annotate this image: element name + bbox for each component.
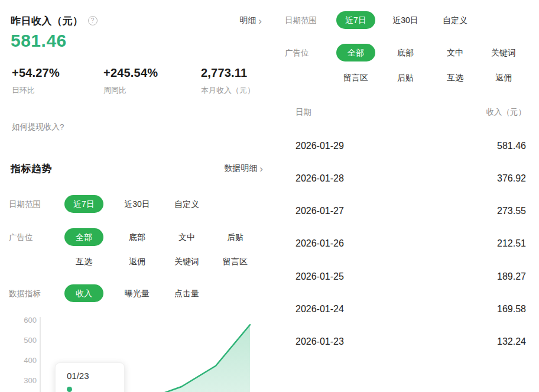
- option-comment-area[interactable]: 留言区: [210, 252, 260, 270]
- option-last7days[interactable]: 近7日: [332, 11, 379, 29]
- stat-value: 2,773.11: [201, 66, 255, 80]
- option-custom[interactable]: 自定义: [162, 195, 212, 213]
- row-value: 376.92: [497, 173, 526, 185]
- option-in-article[interactable]: 文中: [431, 44, 479, 61]
- stat-value: +245.54%: [103, 66, 158, 80]
- data-detail-link[interactable]: 数据明细 ›: [224, 163, 263, 174]
- option-bottom[interactable]: 底部: [382, 44, 429, 61]
- table-row: 2026-01-24 169.58: [296, 304, 526, 316]
- row-date: 2026-01-26: [296, 238, 344, 250]
- row-date: 2026-01-28: [296, 173, 344, 185]
- stat-month-income: 2,773.11 本月收入（元）: [201, 66, 255, 96]
- table-row: 2026-01-28 376.92: [296, 173, 526, 185]
- tooltip-series-dot: [67, 387, 72, 392]
- option-bottom[interactable]: 底部: [112, 228, 162, 246]
- y-axis-tick: 500: [7, 336, 37, 345]
- filter-label: 日期范围: [285, 15, 317, 26]
- income-detail-label: 明细: [239, 15, 256, 26]
- row-date: 2026-01-25: [296, 271, 344, 283]
- row-value: 581.46: [497, 141, 526, 153]
- option-last30days[interactable]: 近30日: [382, 11, 429, 29]
- option-post-roll[interactable]: 后贴: [382, 69, 429, 86]
- option-mutual-select[interactable]: 互选: [431, 69, 479, 86]
- trend-section-header: 指标趋势 数据明细 ›: [11, 162, 263, 175]
- chevron-right-icon: ›: [258, 16, 262, 26]
- option-last30days[interactable]: 近30日: [112, 195, 162, 213]
- stat-label: 日环比: [12, 85, 60, 96]
- option-keyword[interactable]: 关键词: [480, 44, 527, 61]
- table-row: 2026-01-29 581.46: [296, 141, 526, 153]
- option-clicks[interactable]: 点击量: [162, 284, 212, 302]
- row-value: 169.58: [497, 304, 526, 316]
- option-rebate[interactable]: 返佣: [480, 69, 527, 86]
- trend-title: 指标趋势: [11, 162, 52, 176]
- income-trend-panel: 昨日收入（元） ? 明细 › 581.46 +54.27% 日环比 +245.5…: [0, 0, 272, 392]
- column-income: 收入（元）: [486, 107, 527, 118]
- table-row: 2026-01-27 273.55: [296, 206, 526, 218]
- option-post-roll[interactable]: 后贴: [210, 228, 260, 246]
- table-row: 2026-01-26 212.51: [296, 238, 526, 250]
- date-range-filter: 日期范围 近7日 近30日 自定义: [284, 11, 539, 29]
- stat-week-over-week: +245.54% 周同比: [103, 66, 158, 96]
- income-card-header: 昨日收入（元） ? 明细 ›: [11, 14, 262, 28]
- chevron-right-icon: ›: [259, 164, 263, 174]
- help-icon[interactable]: ?: [88, 16, 98, 25]
- stat-label: 本月收入（元）: [201, 85, 255, 96]
- trend-chart[interactable]: 600500400300 01/23: [0, 313, 272, 392]
- filter-label: 数据指标: [9, 289, 41, 299]
- table-header: 日期 收入（元）: [296, 107, 526, 118]
- option-mutual-select[interactable]: 互选: [59, 252, 109, 270]
- ad-slot-filter: 广告位 全部 底部 文中 后贴: [0, 228, 272, 246]
- yesterday-income-title: 昨日收入（元）: [11, 14, 83, 28]
- filter-label: 广告位: [285, 48, 309, 59]
- date-range-filter: 日期范围 近7日 近30日 自定义: [0, 195, 272, 213]
- option-in-article[interactable]: 文中: [162, 228, 212, 246]
- ad-slot-filter-row2: 互选 返佣 关键词 留言区: [0, 252, 272, 270]
- ad-revenue-dashboard: { "ui": { "chevron": "›", "help_glyph": …: [0, 0, 539, 392]
- data-detail-label: 数据明细: [224, 163, 257, 174]
- income-detail-panel: 日期范围 近7日 近30日 自定义 广告位 全部 底部 文中 关键词 留言区 后…: [284, 0, 539, 392]
- option-keyword[interactable]: 关键词: [162, 252, 212, 270]
- option-impressions[interactable]: 曝光量: [112, 284, 162, 302]
- y-axis-tick: 600: [7, 316, 37, 325]
- option-comment-area[interactable]: 留言区: [332, 69, 379, 86]
- metric-filter: 数据指标 收入 曝光量 点击量: [0, 284, 272, 302]
- stat-label: 周同比: [103, 85, 158, 96]
- option-income[interactable]: 收入: [59, 284, 109, 302]
- column-date: 日期: [296, 107, 311, 118]
- row-date: 2026-01-29: [296, 141, 344, 153]
- ad-slot-filter-row2: 留言区 后贴 互选 返佣: [284, 69, 539, 86]
- option-rebate[interactable]: 返佣: [112, 252, 162, 270]
- stat-day-over-day: +54.27% 日环比: [12, 66, 60, 96]
- yesterday-income-amount: 581.46: [11, 31, 67, 51]
- option-all[interactable]: 全部: [59, 228, 109, 246]
- row-value: 273.55: [497, 206, 526, 218]
- how-to-withdraw-link[interactable]: 如何提现收入?: [12, 122, 64, 132]
- row-value: 212.51: [497, 238, 526, 250]
- income-detail-link[interactable]: 明细 ›: [239, 15, 262, 26]
- row-date: 2026-01-24: [296, 304, 344, 316]
- trend-chart-svg: [0, 313, 272, 392]
- row-date: 2026-01-23: [296, 336, 344, 348]
- row-date: 2026-01-27: [296, 206, 344, 218]
- stat-value: +54.27%: [12, 66, 60, 80]
- tooltip-date: 01/23: [67, 371, 124, 381]
- option-last7days[interactable]: 近7日: [59, 195, 109, 213]
- option-custom[interactable]: 自定义: [431, 11, 479, 29]
- option-all[interactable]: 全部: [332, 44, 379, 61]
- filter-label: 日期范围: [9, 199, 41, 210]
- filter-label: 广告位: [9, 232, 33, 243]
- table-row: 2026-01-25 189.27: [296, 271, 526, 283]
- y-axis-tick: 400: [7, 356, 37, 365]
- row-value: 189.27: [497, 271, 526, 283]
- ad-slot-filter: 广告位 全部 底部 文中 关键词: [284, 44, 539, 61]
- row-value: 132.24: [497, 336, 526, 348]
- table-row: 2026-01-23 132.24: [296, 336, 526, 348]
- y-axis-tick: 300: [7, 376, 37, 385]
- chart-tooltip: 01/23: [55, 362, 125, 392]
